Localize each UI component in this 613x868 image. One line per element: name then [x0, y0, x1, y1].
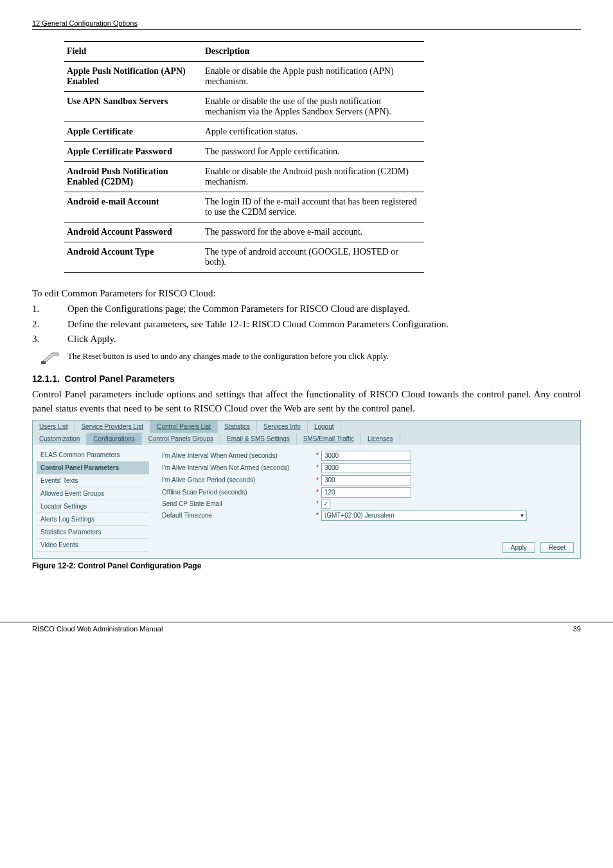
- tab[interactable]: Control Panels Groups: [142, 433, 220, 445]
- text-input[interactable]: 300: [321, 475, 411, 485]
- text-input[interactable]: 120: [321, 487, 411, 498]
- field-name: Use APN Sandbox Servers: [64, 92, 202, 122]
- sidebar-item[interactable]: Events' Texts: [37, 475, 149, 487]
- tab[interactable]: Users List: [33, 420, 75, 433]
- tab[interactable]: Licenses: [361, 433, 400, 445]
- form-row: I'm Alive Interval When Armed (seconds)*…: [162, 451, 576, 461]
- field-name: Apple Certificate: [64, 122, 202, 142]
- field-name: Android Account Type: [64, 242, 202, 273]
- list-item: 2.Define the relevant parameters, see Ta…: [32, 318, 581, 332]
- col-field: Field: [64, 42, 202, 62]
- field-desc: Enable or disable the Apple push notific…: [202, 62, 424, 92]
- field-description-table: Field Description Apple Push Notificatio…: [64, 41, 424, 273]
- form-row: Default Timezone*(GMT+02:00) Jerusalem▾: [162, 511, 576, 521]
- required-star: *: [316, 464, 319, 471]
- note-text: The Reset button is used to undo any cha…: [67, 350, 389, 362]
- text-input[interactable]: 3000: [321, 463, 411, 473]
- note-icon: [32, 350, 67, 365]
- tab[interactable]: Services Info: [257, 420, 308, 433]
- tab[interactable]: Email & SMS Settings: [220, 433, 297, 445]
- apply-button[interactable]: Apply: [502, 542, 535, 553]
- tab[interactable]: Service Providers List: [75, 420, 150, 433]
- field-name: Android Push Notification Enabled (C2DM): [64, 162, 202, 192]
- form-row: I'm Alive Grace Period (seconds)*300: [162, 475, 576, 485]
- form-label: I'm Alive Interval When Armed (seconds): [162, 452, 316, 459]
- sidebar-item[interactable]: Locator Settings: [37, 500, 149, 513]
- field-desc: Apple certification status.: [202, 122, 424, 142]
- dropdown[interactable]: (GMT+02:00) Jerusalem▾: [321, 511, 527, 521]
- form-row: I'm Alive Interval When Not Armed (secon…: [162, 463, 576, 473]
- page-footer: RISCO Cloud Web Administration Manual 39: [0, 622, 613, 646]
- field-name: Apple Certificate Password: [64, 142, 202, 162]
- page-header: 12 General Configuration Options: [32, 19, 581, 30]
- chevron-down-icon: ▾: [520, 512, 524, 519]
- col-desc: Description: [202, 42, 424, 62]
- table-row: Apple CertificateApple certification sta…: [64, 122, 424, 142]
- intro-text: To edit Common Parameters for RISCO Clou…: [32, 287, 581, 301]
- sidebar-item[interactable]: Control Panel Parameters: [37, 462, 149, 475]
- table-row: Android Account TypeThe type of android …: [64, 242, 424, 273]
- form-label: I'm Alive Interval When Not Armed (secon…: [162, 464, 316, 471]
- field-desc: The password for the above e-mail accoun…: [202, 222, 424, 242]
- required-star: *: [316, 512, 319, 519]
- required-star: *: [316, 476, 319, 484]
- tab[interactable]: Statistics: [218, 420, 257, 433]
- field-desc: Enable or disable the use of the push no…: [202, 92, 424, 122]
- field-desc: The type of android account (GOOGLE, HOS…: [202, 242, 424, 273]
- svg-rect-0: [41, 361, 46, 364]
- form-row: Send CP State Email*✓: [162, 500, 576, 509]
- form-label: I'm Alive Grace Period (seconds): [162, 476, 316, 484]
- form-label: Send CP State Email: [162, 500, 316, 507]
- list-item: 1.Open the Configurations page; the Comm…: [32, 302, 581, 316]
- field-name: Apple Push Notification (APN) Enabled: [64, 62, 202, 92]
- text-input[interactable]: 3000: [321, 451, 411, 461]
- footer-right: 39: [573, 625, 581, 633]
- form-row: Offline Scan Period (seconds)*120: [162, 487, 576, 498]
- field-desc: The password for Apple certification.: [202, 142, 424, 162]
- field-desc: Enable or disable the Android push notif…: [202, 162, 424, 192]
- field-name: Android e-mail Account: [64, 192, 202, 222]
- sidebar-item[interactable]: Statistics Parameters: [37, 526, 149, 539]
- figure-caption: Figure 12-2: Control Panel Configuration…: [32, 561, 581, 570]
- table-row: Apple Push Notification (APN) EnabledEna…: [64, 62, 424, 92]
- table-row: Use APN Sandbox ServersEnable or disable…: [64, 92, 424, 122]
- table-row: Apple Certificate PasswordThe password f…: [64, 142, 424, 162]
- field-name: Android Account Password: [64, 222, 202, 242]
- footer-left: RISCO Cloud Web Administration Manual: [32, 625, 163, 633]
- tab[interactable]: Control Panels List: [150, 420, 218, 433]
- form-label: Default Timezone: [162, 512, 316, 519]
- table-row: Android Account PasswordThe password for…: [64, 222, 424, 242]
- sidebar-item[interactable]: ELAS Common Parameters: [37, 449, 149, 462]
- required-star: *: [316, 489, 319, 496]
- tab[interactable]: Configurations: [87, 433, 141, 445]
- checkbox[interactable]: ✓: [321, 500, 330, 509]
- field-desc: The login ID of the e-mail account that …: [202, 192, 424, 222]
- config-screenshot: Users ListService Providers ListControl …: [32, 420, 581, 559]
- required-star: *: [316, 500, 319, 507]
- form-label: Offline Scan Period (seconds): [162, 489, 316, 496]
- list-item: 3.Click Apply.: [32, 332, 581, 347]
- tab[interactable]: SMS/Email Traffic: [297, 433, 361, 445]
- required-star: *: [316, 452, 319, 459]
- table-row: Android e-mail AccountThe login ID of th…: [64, 192, 424, 222]
- sidebar-item[interactable]: Video Events: [37, 539, 149, 552]
- reset-button[interactable]: Reset: [540, 542, 574, 553]
- table-row: Android Push Notification Enabled (C2DM)…: [64, 162, 424, 192]
- tab[interactable]: Customization: [33, 433, 87, 445]
- section-body: Control Panel parameters include options…: [32, 388, 581, 416]
- sidebar-item[interactable]: Alerts Log Settings: [37, 513, 149, 526]
- tab[interactable]: Logout: [308, 420, 341, 433]
- section-heading: 12.1.1. Control Panel Parameters: [32, 374, 581, 384]
- sidebar-item[interactable]: Allowed Event Groups: [37, 487, 149, 500]
